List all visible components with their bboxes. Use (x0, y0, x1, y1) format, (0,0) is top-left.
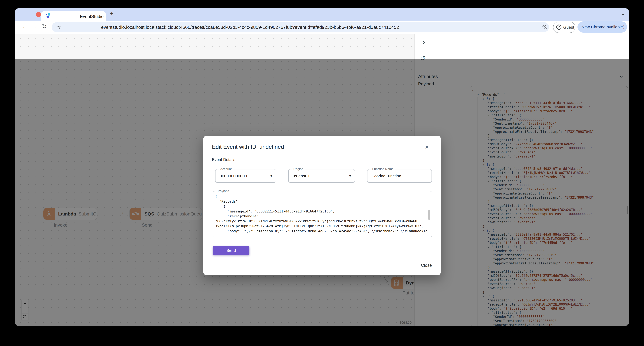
close-button[interactable]: Close (421, 263, 432, 268)
browser-toolbar: ← → ↻ eventstudio.localhost.localstack.c… (15, 21, 629, 34)
zoom-icon[interactable] (542, 24, 548, 30)
event-details-label: Event Details (212, 157, 235, 162)
payload-scrollbar-thumb[interactable] (428, 210, 430, 220)
tab-search-chevron-icon[interactable] (621, 12, 626, 17)
profile-button[interactable]: Guest (553, 22, 575, 33)
payload-field: Payload { "Records": [ { "messageId": "6… (213, 191, 432, 237)
tab-eventstudio[interactable]: EventStudio ✕ (41, 11, 106, 21)
update-chrome-button[interactable]: New Chrome available ⋮ (578, 21, 627, 33)
guest-avatar-icon (556, 24, 562, 30)
traffic-light-close-button[interactable] (36, 12, 41, 17)
modal-title: Edit Event with ID: undefined (212, 144, 284, 150)
update-chrome-label: New Chrome available (582, 25, 623, 29)
collapse-panel-icon[interactable] (420, 40, 426, 46)
back-icon[interactable]: ← (22, 23, 28, 30)
region-label: Region (292, 167, 304, 171)
send-button[interactable]: Send (213, 246, 250, 255)
address-bar[interactable]: eventstudio.localhost.localstack.cloud:4… (52, 22, 549, 32)
page-content: λ Lambda SubmitQuizFunction Invoke → SQS… (15, 34, 629, 326)
account-value: 000000000000 (220, 174, 247, 178)
eventstudio-favicon-icon (45, 13, 51, 19)
forward-icon[interactable]: → (32, 23, 38, 30)
payload-textarea[interactable]: { "Records": [ { "messageId": "65032221-… (215, 194, 428, 235)
account-label: Account (219, 167, 233, 171)
function-name-label: Function Name (371, 167, 395, 171)
kebab-menu-icon[interactable]: ⋮ (622, 24, 626, 30)
function-name-field[interactable]: Function Name ScoringFunction (367, 169, 432, 183)
tab-strip: EventStudio ✕ + (15, 8, 629, 21)
dropdown-arrow-icon[interactable]: ▼ (270, 174, 273, 178)
edit-event-modal: Edit Event with ID: undefined ✕ Event De… (203, 136, 441, 275)
dropdown-arrow-icon[interactable]: ▼ (349, 174, 352, 178)
tab-close-icon[interactable]: ✕ (97, 14, 100, 19)
profile-label: Guest (563, 25, 574, 30)
function-name-value: ScoringFunction (372, 174, 401, 178)
url-text[interactable]: eventstudio.localhost.localstack.cloud:4… (101, 25, 399, 30)
region-select[interactable]: Region us-east-1 ▼ (288, 169, 355, 183)
payload-label: Payload (216, 189, 230, 193)
new-tab-button[interactable]: + (110, 10, 114, 17)
region-value: us-east-1 (293, 174, 310, 178)
site-settings-icon[interactable] (56, 24, 62, 30)
browser-window: EventStudio ✕ + ← → ↻ eventstudio.localh… (15, 8, 629, 326)
account-select[interactable]: Account 000000000000 ▼ (215, 169, 276, 183)
modal-close-icon[interactable]: ✕ (425, 144, 429, 150)
reload-icon[interactable]: ↻ (42, 23, 47, 30)
